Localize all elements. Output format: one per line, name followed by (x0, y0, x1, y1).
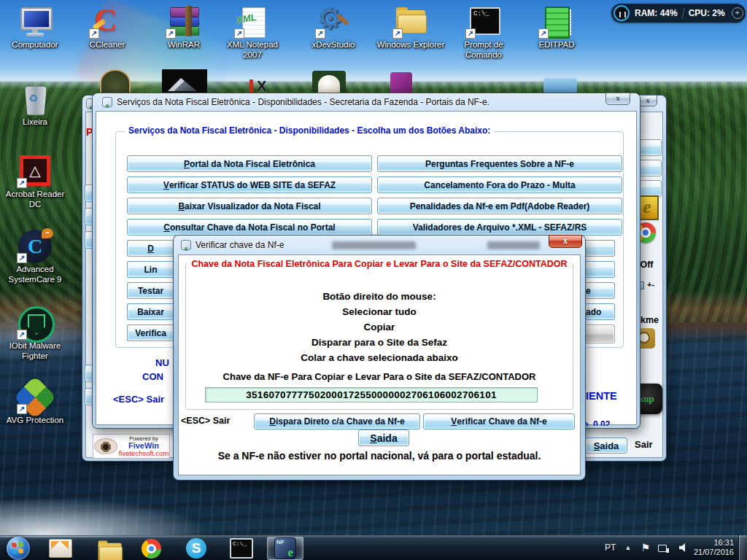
close-button[interactable]: x (549, 235, 582, 248)
shortcut-arrow-icon: ↗ (315, 28, 325, 39)
gadget-badge-icon (614, 5, 630, 21)
esc-sair-label: <ESC> Sair (113, 394, 164, 405)
saida-button[interactable]: Saida (358, 429, 409, 446)
action-center-flag-icon[interactable]: ⚑ (640, 542, 650, 553)
instruction-line: Botão direito do mouse: (186, 291, 573, 302)
taskbar-chrome-button[interactable] (133, 537, 169, 560)
onoff-label-fragment: /Off (638, 260, 654, 270)
xmlnotepad-icon: XML↗ (235, 6, 270, 38)
desktop-icon-iobit[interactable]: ↗IObit Malware Fighter (0, 307, 70, 361)
button-fragment[interactable] (639, 139, 662, 156)
plusminus-label: +- (647, 280, 654, 289)
services-button-right-2[interactable]: Penalidades da Nf-e em Pdf(Adobe Reader) (377, 198, 622, 214)
groupbox-label: Chave da Nota Fiscal Eletrônica Para Cop… (187, 259, 571, 269)
taskbar-prompt-button[interactable]: C:\_ (223, 537, 260, 560)
editpad-icon: ↗ (539, 6, 574, 38)
desktop-icon-winrar[interactable]: ↗WinRAR (149, 6, 219, 50)
desktop-icon-label: Prompt de Comando (449, 39, 519, 60)
glass-reflection (487, 241, 540, 249)
instruction-line: Selecionar tudo (186, 306, 573, 317)
show-desktop-button[interactable] (738, 535, 747, 560)
taskbar-skype-button[interactable]: S (178, 537, 214, 560)
desktop-icon-label: Windows Explorer (376, 39, 446, 50)
partial-icon (390, 72, 412, 96)
services-button-right-3[interactable]: Validadores de Arquivo *.XML - SEFAZ/RS (377, 219, 622, 236)
version-fragment: o. 0.02 (583, 419, 610, 426)
services-button-right-partial-6[interactable]: e (584, 282, 615, 299)
services-button-left-3[interactable]: Consultar Chave da Nota Fiscal no Portal (127, 219, 372, 236)
services-button-right-partial-7[interactable]: ado (584, 303, 615, 320)
gadget-expand-button[interactable]: + (732, 7, 743, 19)
tray-time: 16:31 (694, 538, 734, 548)
services-button-left-1[interactable]: Verificar STATUS do WEB SITE da SEFAZ (127, 176, 372, 193)
services-button-right-partial-4[interactable] (584, 240, 615, 257)
network-icon[interactable] (658, 543, 669, 553)
dialog-title: Verificar chave da Nf-e (196, 240, 284, 250)
services-button-left-2[interactable]: Baixar Visualizador da Nota Fiscal (127, 198, 372, 214)
desktop-icon-xdev[interactable]: ⚙↗xDevStudio (298, 6, 368, 50)
shortcut-arrow-icon: ↗ (89, 28, 99, 39)
services-button-left-partial-8[interactable]: Verifica (127, 324, 174, 341)
taskbar-mail-button[interactable] (42, 537, 79, 560)
shortcut-arrow-icon: ↗ (17, 178, 27, 188)
desktop-icon-asc[interactable]: C••↗Advanced SystemCare 9 (0, 230, 70, 284)
desktop-icon-folder[interactable]: ↗Windows Explorer (376, 6, 446, 50)
button-fragment[interactable] (639, 180, 662, 197)
con-fragment: CON (142, 371, 163, 382)
fivewin-logo[interactable]: Powered by FiveWin fivetechsoft.com (93, 434, 170, 459)
desktop-icon-recycle[interactable]: ♻Lixeira (0, 83, 70, 127)
fivewin-site-link[interactable]: fivetechsoft.com (118, 450, 169, 457)
taskbar-explorer-button[interactable] (88, 537, 124, 560)
saida-button[interactable]: Saida (585, 438, 627, 454)
desktop-icon-label: IObit Malware Fighter (0, 341, 70, 361)
desktop-icon-ccleaner[interactable]: C↗CCleaner (72, 6, 142, 50)
taskbar-start-button[interactable] (3, 537, 34, 560)
taskbar-nfe-button[interactable]: NFe (267, 537, 303, 560)
instruction-line: Copiar (186, 322, 573, 332)
show-hidden-icons-arrow[interactable]: ▲ (624, 544, 631, 551)
desktop-icon-label: Computador (0, 39, 70, 50)
tray-date: 21/07/2016 (694, 548, 734, 557)
desktop-icon-editpad[interactable]: ↗EDITPAD (522, 6, 592, 50)
prompt-icon: C:\_…↗ (466, 6, 501, 38)
desktop-icon-acrobat[interactable]: △↗Acrobat Reader DC (0, 155, 70, 209)
services-button-right-partial-8[interactable] (584, 324, 615, 343)
instruction-line: Disparar para o Site da Sefaz (186, 337, 573, 348)
services-button-left-0[interactable]: Portal da Nota Fiscal Eletrônica (127, 155, 372, 172)
services-button-left-partial-6[interactable]: Testar (127, 282, 174, 299)
desktop-icon-computer[interactable]: Computador (0, 6, 70, 50)
footer-note: Se a NF-e não estiver no portal nacional… (174, 450, 585, 462)
computer-icon (18, 6, 53, 38)
heading-fragment: P (86, 126, 93, 138)
verificar-chave-button[interactable]: Verificar Chave da Nf-e (423, 413, 575, 429)
services-button-left-partial-7[interactable]: Baixar (127, 303, 174, 320)
nu-fragment: NU (155, 357, 169, 368)
services-button-right-1[interactable]: Cancelamento Fora do Prazo - Multa (377, 176, 622, 193)
cpu-usage: CPU: 2% (684, 8, 730, 18)
desktop-icon-label: xDevStudio (298, 39, 368, 50)
desktop-icon-prompt[interactable]: C:\_…↗Prompt de Comando (449, 6, 519, 60)
desktop-icon-label: XML Notepad 2007 (217, 39, 287, 60)
winrar-icon: ↗ (166, 6, 201, 38)
services-button-left-partial-5[interactable]: Lin (127, 261, 174, 278)
nfe-app-icon: e (102, 97, 112, 107)
ccleaner-icon: C↗ (90, 6, 125, 38)
window-title: Serviços da Nota Fiscal Eletrônica - Dis… (117, 97, 489, 107)
dialog-verificar-chave: e Verificar chave da Nf-e x Chave da Not… (174, 236, 585, 480)
clock[interactable]: 16:31 21/07/2016 (694, 538, 734, 557)
language-indicator[interactable]: PT (605, 542, 616, 553)
desktop-icon-xmlnotepad[interactable]: XML↗XML Notepad 2007 (217, 6, 287, 60)
services-button-right-partial-5[interactable] (584, 261, 615, 278)
close-button[interactable]: x (638, 95, 657, 106)
services-button-right-0[interactable]: Perguntas Frequentes Sobre a NF-e (377, 155, 622, 172)
partial-icon (312, 71, 346, 96)
desktop-icon-avg[interactable]: ↗AVG Protection (0, 381, 70, 425)
nfe-key-input[interactable]: 3516070777750200017255000000270610600270… (205, 387, 538, 402)
groupbox-label: Serviços da Nota Fiscal Eletrônica - Dis… (125, 125, 494, 136)
chave-groupbox: Chave da Nota Fiscal Eletrônica Para Cop… (185, 262, 573, 410)
services-button-left-partial-4[interactable]: D (127, 240, 174, 257)
dispara-direto-button[interactable]: Dispara Direto c/a Chave da Nf-e (254, 413, 420, 429)
close-button[interactable]: x (605, 93, 630, 105)
button-fragment[interactable] (639, 160, 662, 176)
volume-icon[interactable] (679, 543, 688, 552)
